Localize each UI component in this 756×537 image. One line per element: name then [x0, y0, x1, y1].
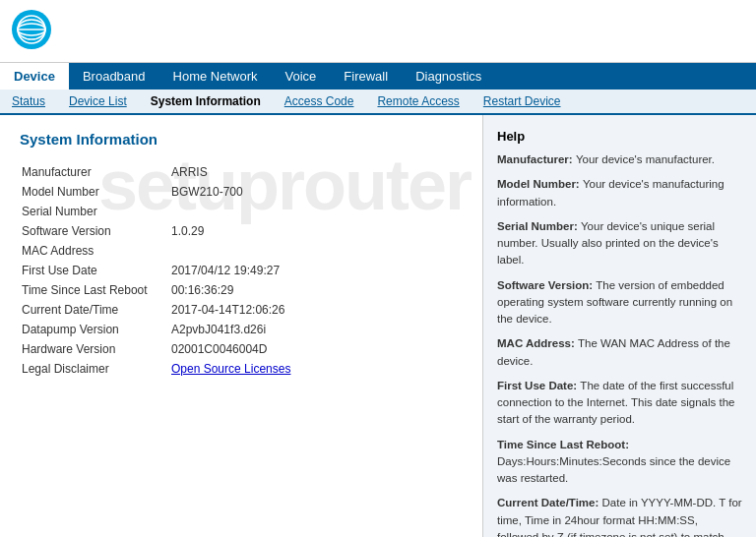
nav-voice[interactable]: Voice [272, 63, 331, 90]
info-label: MAC Address [22, 242, 169, 260]
left-panel: System Information setuprouter Manufactu… [0, 115, 482, 537]
help-entry: Software Version: The version of embedde… [497, 277, 742, 328]
header [0, 0, 756, 63]
subnav-remote-access[interactable]: Remote Access [365, 90, 471, 113]
table-row: Software Version1.0.29 [22, 222, 461, 240]
help-term: Software Version: [497, 279, 596, 291]
open-source-licenses-link[interactable]: Open Source Licenses [171, 362, 290, 376]
help-entry: First Use Date: The date of the first su… [497, 378, 742, 429]
help-title: Help [497, 129, 742, 144]
help-term: Serial Number: [497, 220, 581, 232]
info-label: Software Version [22, 222, 169, 240]
info-label: Manufacturer [22, 163, 169, 181]
info-label: Current Date/Time [22, 301, 169, 319]
help-panel: Help Manufacturer: Your device's manufac… [482, 115, 756, 537]
subnav-access-code[interactable]: Access Code [273, 90, 366, 113]
help-term: Time Since Last Reboot: [497, 439, 629, 450]
help-term: MAC Address: [497, 337, 578, 349]
help-term: First Use Date: [497, 380, 580, 391]
info-label: Legal Disclaimer [22, 360, 169, 378]
table-row: Time Since Last Reboot00:16:36:29 [22, 281, 461, 299]
info-value [171, 203, 461, 220]
help-entry: Current Date/Time: Date in YYYY-MM-DD. T… [497, 495, 742, 537]
table-row: Model NumberBGW210-700 [22, 183, 461, 201]
info-value: 02001C0046004D [171, 340, 461, 358]
system-info-table: ManufacturerARRISModel NumberBGW210-700S… [20, 161, 463, 380]
nav-home-network[interactable]: Home Network [159, 63, 272, 90]
subnav-status[interactable]: Status [0, 90, 57, 113]
table-row: MAC Address [22, 242, 461, 260]
main-nav: Device Broadband Home Network Voice Fire… [0, 63, 756, 90]
help-entries: Manufacturer: Your device's manufacturer… [497, 151, 742, 537]
help-term: Manufacturer: [497, 153, 576, 165]
info-value[interactable]: Open Source Licenses [171, 360, 461, 378]
info-value [171, 242, 461, 260]
nav-diagnostics[interactable]: Diagnostics [402, 63, 495, 90]
help-entry: Model Number: Your device's manufacturin… [497, 176, 742, 210]
info-label: Time Since Last Reboot [22, 281, 169, 299]
info-value: A2pvbJ041f3.d26i [171, 321, 461, 338]
subnav-device-list[interactable]: Device List [57, 90, 139, 113]
help-entry: MAC Address: The WAN MAC Address of the … [497, 335, 742, 370]
help-term: Current Date/Time: [497, 497, 602, 508]
att-logo [10, 8, 53, 51]
table-row: Serial Number [22, 203, 461, 220]
info-label: Model Number [22, 183, 169, 201]
nav-broadband[interactable]: Broadband [69, 63, 159, 90]
table-row: Hardware Version02001C0046004D [22, 340, 461, 358]
page-title: System Information [20, 131, 463, 148]
table-row: Legal DisclaimerOpen Source Licenses [22, 360, 461, 378]
table-row: First Use Date2017/04/12 19:49:27 [22, 262, 461, 279]
nav-device[interactable]: Device [0, 63, 69, 90]
info-label: Serial Number [22, 203, 169, 220]
help-entry: Manufacturer: Your device's manufacturer… [497, 151, 742, 168]
subnav-restart-device[interactable]: Restart Device [472, 90, 573, 113]
info-value: BGW210-700 [171, 183, 461, 201]
nav-firewall[interactable]: Firewall [330, 63, 402, 90]
help-term: Model Number: [497, 178, 583, 190]
help-entry: Serial Number: Your device's unique seri… [497, 218, 742, 269]
info-value: 00:16:36:29 [171, 281, 461, 299]
subnav-system-information: System Information [139, 90, 273, 113]
content: System Information setuprouter Manufactu… [0, 115, 756, 537]
table-row: Datapump VersionA2pvbJ041f3.d26i [22, 321, 461, 338]
info-value: 2017/04/12 19:49:27 [171, 262, 461, 279]
info-label: Hardware Version [22, 340, 169, 358]
info-value: 1.0.29 [171, 222, 461, 240]
info-value: ARRIS [171, 163, 461, 181]
table-row: ManufacturerARRIS [22, 163, 461, 181]
help-entry: Time Since Last Reboot: Days:Hours:Minut… [497, 437, 742, 488]
info-value: 2017-04-14T12:06:26 [171, 301, 461, 319]
info-label: First Use Date [22, 262, 169, 279]
table-row: Current Date/Time2017-04-14T12:06:26 [22, 301, 461, 319]
info-label: Datapump Version [22, 321, 169, 338]
sub-nav: Status Device List System Information Ac… [0, 90, 756, 115]
